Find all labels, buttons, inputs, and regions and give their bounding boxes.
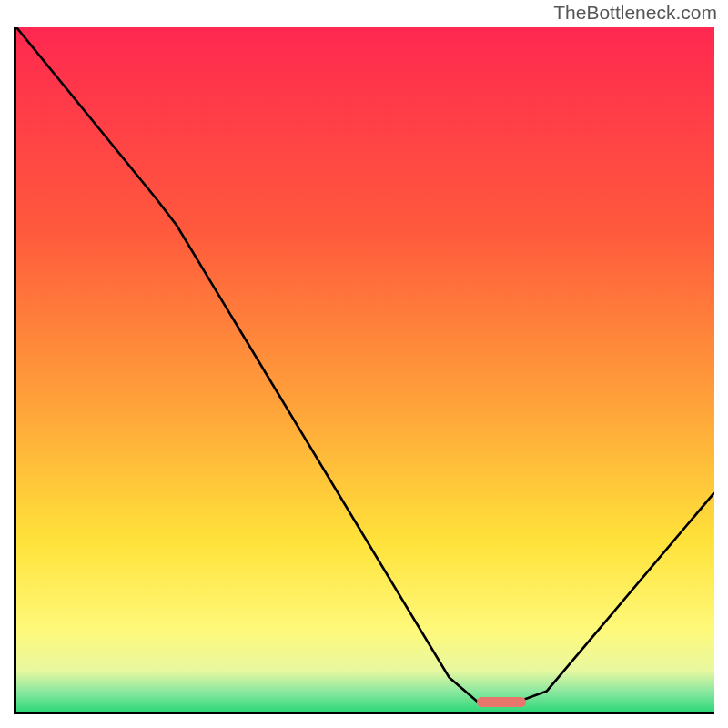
bottleneck-curve (16, 27, 714, 712)
chart-plot-area (14, 27, 714, 714)
watermark-text: TheBottleneck.com (553, 2, 717, 24)
optimal-marker (477, 697, 526, 707)
